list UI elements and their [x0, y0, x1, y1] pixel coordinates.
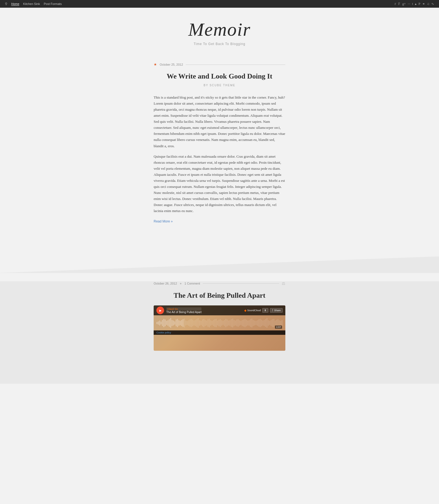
sc-time: 1:07 [275, 325, 282, 329]
post-title-first: We Write and Look Good Doing It [154, 72, 285, 81]
nav-social-icons: 𝕣 𝔽 g+ ··· t ▴ P ⚭ ♫ ∿ [395, 2, 434, 6]
sc-play-button[interactable] [156, 307, 164, 314]
post-meta-second: October 26, 2012 ● 1 Comment ⚖ [154, 281, 285, 286]
comment-bubble-icon: ● [180, 282, 182, 286]
second-post-section: October 26, 2012 ● 1 Comment ⚖ The Art o… [0, 281, 439, 384]
site-header: Memoir Time To Get Back To Blogging [0, 8, 439, 54]
first-post: ★ October 25, 2012 We Write and Look Goo… [148, 62, 291, 240]
sc-right: ◆ SoundCloud ⬇ ⤴ Share [244, 308, 283, 313]
nav-link-home[interactable]: Home [11, 2, 19, 6]
sc-cookie-policy-link[interactable]: Cookie policy [156, 331, 171, 334]
sc-download-button[interactable]: ⬇ [262, 308, 268, 313]
dribbble-icon[interactable]: ⚭ [422, 2, 425, 6]
sc-cookie-bar: Cookie policy [154, 330, 285, 335]
twitter-icon[interactable]: 𝕣 [395, 2, 396, 6]
meta-divider-2 [203, 283, 279, 284]
post-date-first: October 25, 2012 [160, 63, 183, 66]
sc-track-name: The Art of Being Pulled Apart [166, 311, 201, 314]
facebook-icon[interactable]: 𝔽 [398, 2, 400, 6]
post-body-first: This is a standard blog post, and it's s… [154, 94, 285, 214]
nav-link-kitchen-sink[interactable]: Kitchen Sink [23, 2, 40, 5]
vimeo-icon[interactable]: ▴ [415, 2, 417, 6]
site-title-text: Memoir [188, 19, 251, 40]
sc-top-bar: Claud Six The Art of Being Pulled Apart … [154, 305, 285, 315]
nav-link-post-formats[interactable]: Post Formats [44, 2, 62, 5]
sc-logo: ◆ SoundCloud [244, 309, 261, 312]
read-more-link[interactable]: Read More » [154, 219, 173, 223]
site-title: Memoir [0, 19, 439, 40]
music-icon[interactable]: ♫ [427, 2, 429, 6]
post-byline-first: BY SCUBE THEME [154, 84, 285, 87]
waveform-bars [156, 318, 283, 328]
section-divider [0, 257, 439, 273]
pinterest-icon[interactable]: P [418, 2, 420, 6]
search-icon[interactable]: ⚲ [5, 2, 7, 6]
meta-divider [186, 65, 285, 65]
headphone-icon: ⚖ [282, 281, 285, 286]
tumblr-icon[interactable]: t [412, 2, 413, 6]
wifi-icon[interactable]: ∿ [431, 2, 434, 6]
top-navigation: ⚲ Home Kitchen Sink Post Formats 𝕣 𝔽 g+ … [0, 0, 439, 8]
nav-left: ⚲ Home Kitchen Sink Post Formats [5, 2, 62, 6]
dots-icon[interactable]: ··· [408, 2, 410, 6]
sc-artist: Claud Six [166, 307, 201, 311]
sc-waveform: 1:07 [154, 315, 285, 330]
sc-left: Claud Six The Art of Being Pulled Apart [156, 307, 201, 314]
soundcloud-logo-text: SoundCloud [247, 309, 261, 312]
post-paragraph-2: Quisque facilisis erat a dui. Nam malesu… [154, 154, 285, 214]
post-title-second: The Art of Being Pulled Apart [154, 291, 285, 300]
sc-share-button[interactable]: ⤴ Share [270, 308, 283, 313]
googleplus-icon[interactable]: g+ [402, 2, 406, 6]
second-post: October 26, 2012 ● 1 Comment ⚖ The Art o… [148, 281, 291, 367]
post-meta-first: ★ October 25, 2012 [154, 62, 285, 67]
soundcloud-embed: Claud Six The Art of Being Pulled Apart … [154, 305, 285, 351]
sticky-star-icon: ★ [154, 62, 157, 67]
post-date-second: October 26, 2012 [154, 282, 177, 285]
site-tagline: Time To Get Back To Blogging [0, 42, 439, 46]
post-paragraph-1: This is a standard blog post, and it's s… [154, 94, 285, 149]
soundcloud-logo-icon: ◆ [244, 309, 246, 312]
sc-track-info: Claud Six The Art of Being Pulled Apart [166, 307, 201, 314]
comment-count-link[interactable]: 1 Comment [184, 282, 200, 285]
